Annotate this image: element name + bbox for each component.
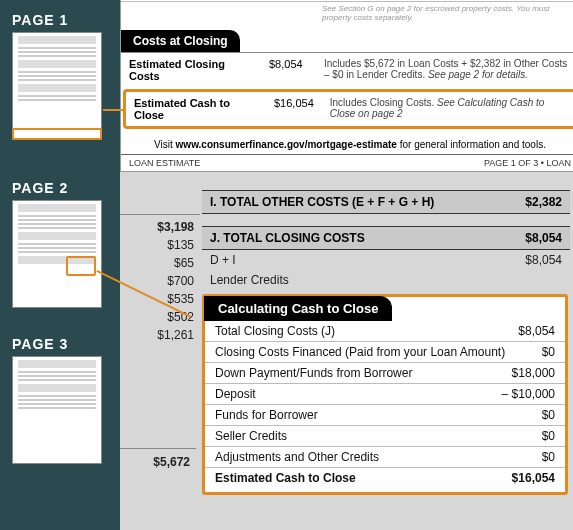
section-J-label: J. TOTAL CLOSING COSTS	[210, 231, 365, 245]
estimated-cash-to-close-highlight: Estimated Cash to Close $16,054 Includes…	[123, 89, 573, 129]
page-1-label: PAGE 1	[12, 12, 120, 28]
footer-left: LOAN ESTIMATE	[129, 158, 200, 168]
page2-bottom-number: $5,672	[120, 448, 196, 469]
main-panel: See Section G on page 2 for escrowed pro…	[120, 0, 573, 530]
section-I-value: $2,382	[525, 195, 562, 209]
visit-link[interactable]: www.consumerfinance.gov/mortgage-estimat…	[176, 139, 397, 150]
page-2-highlight	[66, 256, 96, 276]
section-J-header: J. TOTAL CLOSING COSTS $8,054	[202, 226, 570, 250]
connector-page1	[103, 109, 123, 111]
row-DI: D + I $8,054	[202, 250, 570, 270]
section-J-value: $8,054	[525, 231, 562, 245]
page-3-label: PAGE 3	[12, 336, 120, 352]
footer-right: PAGE 1 OF 3 • LOAN	[484, 158, 571, 168]
page-1-document: See Section G on page 2 for escrowed pro…	[120, 0, 573, 172]
costs-at-closing-tab: Costs at Closing	[121, 30, 240, 52]
section-I-label: I. TOTAL OTHER COSTS (E + F + G + H)	[210, 195, 434, 209]
numcol-4: $535	[120, 290, 200, 308]
calc-row-0: Total Closing Costs (J)$8,054	[205, 321, 565, 342]
row2-note: Includes Closing Costs. See Calculating …	[322, 92, 573, 126]
lender-credits-label: Lender Credits	[210, 273, 289, 287]
numcol-1: $135	[120, 236, 200, 254]
calc-row-4: Funds for Borrower$0	[205, 405, 565, 426]
visit-line: Visit www.consumerfinance.gov/mortgage-e…	[121, 131, 573, 154]
numcol-5: $502	[120, 308, 200, 326]
calc-row-6: Adjustments and Other Credits$0	[205, 447, 565, 468]
page-2-label: PAGE 2	[12, 180, 120, 196]
page2-sections: I. TOTAL OTHER COSTS (E + F + G + H) $2,…	[202, 190, 570, 290]
row-DI-value: $8,054	[525, 253, 562, 267]
row-DI-label: D + I	[210, 253, 236, 267]
page-1-thumbnail[interactable]	[12, 32, 102, 140]
page1-topnote: See Section G on page 2 for escrowed pro…	[316, 2, 573, 25]
calc-row-5: Seller Credits$0	[205, 426, 565, 447]
row2-label: Estimated Cash to Close	[126, 92, 266, 126]
calc-row-1: Closing Costs Financed (Paid from your L…	[205, 342, 565, 363]
numcol-6: $1,261	[120, 326, 200, 344]
page-2-thumbnail[interactable]	[12, 200, 102, 308]
page1-footer: LOAN ESTIMATE PAGE 1 OF 3 • LOAN	[121, 154, 573, 171]
section-I-header: I. TOTAL OTHER COSTS (E + F + G + H) $2,…	[202, 190, 570, 214]
calc-tab: Calculating Cash to Close	[204, 296, 392, 321]
page-1-highlight	[12, 128, 102, 140]
sidebar: PAGE 1 PAGE 2 PAGE 3	[0, 0, 120, 530]
calc-row-7: Estimated Cash to Close$16,054	[205, 468, 565, 488]
numcol-0: $3,198	[120, 214, 200, 236]
calculating-cash-to-close-box: Calculating Cash to Close Total Closing …	[202, 294, 568, 495]
row2-value: $16,054	[266, 92, 322, 126]
page-3-thumbnail[interactable]	[12, 356, 102, 464]
row1-value: $8,054	[261, 53, 316, 88]
page2-number-column: $3,198 $135 $65 $700 $535 $502 $1,261	[120, 214, 200, 344]
calc-row-2: Down Payment/Funds from Borrower$18,000	[205, 363, 565, 384]
row1-note: Includes $5,672 in Loan Costs + $2,382 i…	[316, 53, 573, 88]
estimated-closing-costs-row: Estimated Closing Costs $8,054 Includes …	[121, 53, 573, 88]
row-lender-credits: Lender Credits	[202, 270, 570, 290]
calc-row-3: Deposit– $10,000	[205, 384, 565, 405]
row1-label: Estimated Closing Costs	[121, 53, 261, 88]
numcol-2: $65	[120, 254, 200, 272]
